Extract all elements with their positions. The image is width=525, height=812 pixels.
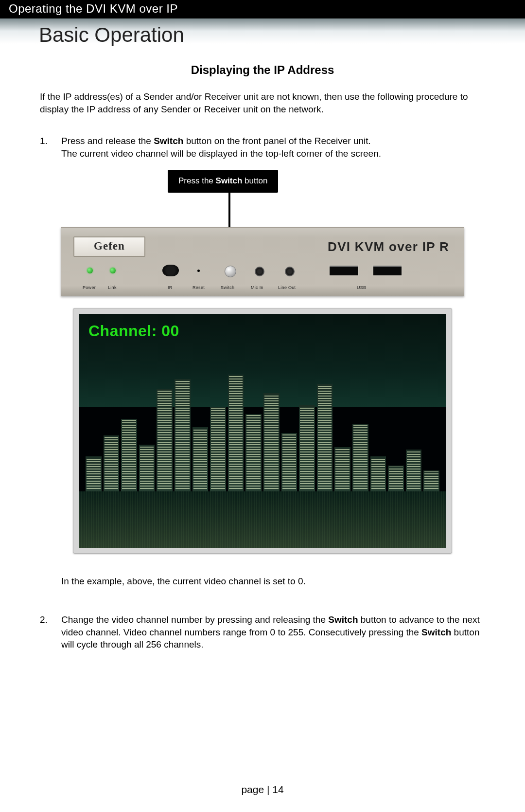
label-ir: IR <box>168 285 173 290</box>
step-1-note: In the example, above, the current video… <box>61 575 485 588</box>
callout-box: Press the Switch button <box>168 170 278 193</box>
usb-port-2-icon <box>372 265 402 276</box>
step-1: 1. Press and release the Switch button o… <box>40 135 485 160</box>
page-footer: page | 14 <box>0 784 525 795</box>
reset-pinhole-icon <box>197 270 200 272</box>
line-out-jack-icon <box>285 267 295 276</box>
section-title: Displaying the IP Address <box>0 63 525 77</box>
device-diagram: Press the Switch button Gefen DVI KVM ov… <box>73 170 452 296</box>
step-2-a-pre: Change the video channel number by press… <box>61 614 328 625</box>
step-2: 2. Change the video channel number by pr… <box>40 614 485 651</box>
usb-port-1-icon <box>329 265 359 276</box>
example-screen: Channel: 00 <box>79 314 446 548</box>
step-2-b-bold: Switch <box>421 627 451 637</box>
device-model: DVI KVM over IP R <box>328 238 449 255</box>
callout-pre: Press the <box>178 176 216 185</box>
link-led-icon <box>110 268 116 273</box>
step-1-text-a-post: button on the front panel of the Receive… <box>183 136 371 146</box>
switch-button-icon <box>225 266 236 277</box>
step-1-text-a-pre: Press and release the <box>61 136 154 146</box>
callout-bold: Switch <box>216 176 243 185</box>
bg-reflection <box>79 491 446 547</box>
step-2-number: 2. <box>40 614 61 651</box>
label-usb: USB <box>357 285 366 290</box>
device-front-panel: Gefen DVI KVM over IP R Power Link IR Re… <box>61 227 464 296</box>
callout-post: button <box>242 176 267 185</box>
channel-overlay-text: Channel: 00 <box>88 321 179 342</box>
label-link: Link <box>108 285 117 290</box>
chapter-header: Operating the DVI KVM over IP <box>0 0 525 18</box>
label-reset: Reset <box>192 285 205 290</box>
device-brand-plate: Gefen <box>73 236 145 257</box>
mic-in-jack-icon <box>255 267 264 276</box>
intro-paragraph: If the IP address(es) of a Sender and/or… <box>40 90 485 115</box>
label-line-out: Line Out <box>278 285 296 290</box>
device-brand: Gefen <box>94 240 125 252</box>
step-2-a-bold: Switch <box>328 614 358 625</box>
power-led-icon <box>87 268 93 273</box>
ir-window-icon <box>162 265 179 276</box>
step-1-number: 1. <box>40 135 61 160</box>
bg-skyline <box>79 375 446 492</box>
label-power: Power <box>83 285 96 290</box>
label-switch: Switch <box>221 285 234 290</box>
example-screen-frame: Channel: 00 <box>73 308 452 554</box>
label-mic-in: Mic In <box>251 285 263 290</box>
step-1-text-b: The current video channel will be displa… <box>61 148 381 159</box>
page-title: Basic Operation <box>39 23 525 47</box>
step-1-text-a-bold: Switch <box>154 136 183 146</box>
